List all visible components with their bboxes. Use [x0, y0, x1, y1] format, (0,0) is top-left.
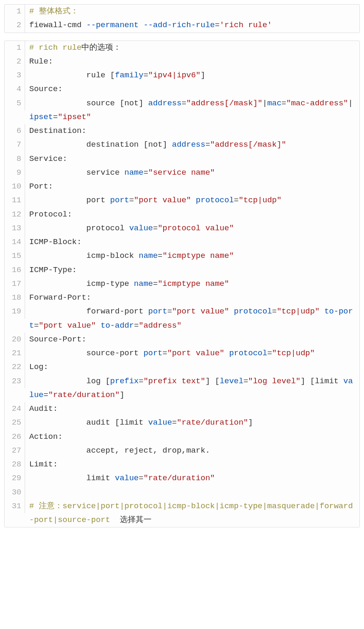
line-number: 28 [5, 458, 25, 471]
token-t: = [162, 349, 167, 358]
code-content[interactable]: port port="port value" protocol="tcp|udp… [25, 194, 359, 207]
code-block-1: 1# 整体格式：2fiewall-cmd --permanent --add-r… [4, 4, 360, 33]
line-number: 26 [5, 430, 25, 444]
code-line: 20Source-Port: [5, 333, 359, 346]
token-k: name [134, 279, 153, 288]
token-t: limit [29, 474, 115, 483]
token-k: level [220, 377, 243, 386]
code-content[interactable]: audit [limit value="rate/duration"] [25, 416, 359, 430]
token-t: icmp-block [29, 251, 139, 260]
code-content[interactable] [25, 486, 359, 499]
line-number: 19 [5, 305, 25, 318]
code-content[interactable]: icmp-type name="icmptype name" [25, 277, 359, 291]
code-line: 24Audit: [5, 402, 359, 416]
token-k: value [115, 474, 139, 483]
code-content[interactable]: rule [family="ipv4|ipv6"] [25, 69, 359, 82]
code-content[interactable]: forward-port port="port value" protocol=… [25, 305, 359, 333]
token-t: port [29, 196, 110, 205]
token-k: name [139, 251, 158, 260]
token-t: Audit: [29, 404, 58, 413]
code-content[interactable]: protocol value="protocol value" [25, 222, 359, 235]
token-t: = [139, 377, 143, 386]
code-content[interactable]: Rule: [25, 55, 359, 69]
line-number: 13 [5, 222, 25, 235]
token-s: "prefix text" [144, 377, 205, 386]
token-s: "mac-address" [286, 99, 348, 108]
code-content[interactable]: Log: [25, 360, 359, 374]
token-s: "rate/duration" [48, 390, 120, 400]
code-content[interactable]: icmp-block name="icmptype name" [25, 249, 359, 263]
token-t: Log: [29, 362, 48, 372]
code-content[interactable]: source-port port="port value" protocol="… [25, 346, 359, 360]
code-content[interactable]: log [prefix="prefix text"] [level="log l… [25, 374, 359, 402]
code-content[interactable]: Port: [25, 180, 359, 194]
code-content[interactable]: limit value="rate/duration" [25, 471, 359, 485]
code-content[interactable]: Source-Port: [25, 333, 359, 346]
code-content[interactable]: Source: [25, 82, 359, 96]
code-content[interactable]: accept, reject, drop,mark. [25, 444, 359, 458]
code-content[interactable]: source [not] address="address[/mask]"|ma… [25, 97, 359, 125]
code-content[interactable]: ICMP-Block: [25, 235, 359, 249]
code-content[interactable]: Limit: [25, 458, 359, 471]
token-t [191, 196, 196, 205]
code-content[interactable]: service name="service name" [25, 166, 359, 180]
line-number: 25 [5, 416, 25, 430]
token-k: value [129, 224, 153, 233]
code-content[interactable]: ICMP-Type: [25, 263, 359, 277]
token-t: = [43, 390, 48, 400]
token-s: "ipset" [58, 112, 91, 122]
token-t: = [53, 112, 58, 122]
code-content[interactable]: Protocol: [25, 208, 359, 222]
code-content[interactable]: Forward-Port: [25, 291, 359, 305]
line-number: 1 [5, 41, 25, 55]
token-t: Port: [29, 182, 53, 191]
token-c: # 注意：service|port|protocol|icmp-block|ic… [29, 502, 353, 525]
token-s: "protocol value" [158, 224, 234, 233]
token-t: = [267, 349, 272, 358]
token-t: = [182, 99, 186, 108]
token-t [229, 307, 234, 316]
token-t: = [153, 279, 157, 288]
line-number: 21 [5, 346, 25, 360]
code-content[interactable]: Action: [25, 430, 359, 444]
line-number: 1 [5, 5, 25, 18]
code-line: 14ICMP-Block: [5, 235, 359, 249]
token-t: log [ [29, 377, 110, 386]
token-t: Service: [29, 154, 67, 163]
token-t: audit [limit [29, 418, 148, 427]
code-content[interactable]: Destination: [25, 124, 359, 138]
token-t: fiewall-cmd [29, 20, 86, 30]
code-line: 27 accept, reject, drop,mark. [5, 444, 359, 458]
token-t: 中的选项： [81, 43, 121, 52]
code-content[interactable]: # 整体格式： [25, 5, 359, 18]
token-t: = [243, 377, 248, 386]
line-number: 9 [5, 166, 25, 180]
code-content[interactable]: destination [not] address="address[/mask… [25, 138, 359, 152]
token-t: ] [201, 71, 205, 80]
line-number: 22 [5, 360, 25, 374]
token-t: Destination: [29, 126, 86, 135]
token-t: 选择其一 [115, 515, 151, 525]
line-number: 5 [5, 97, 25, 110]
code-content[interactable]: Service: [25, 152, 359, 166]
code-line: 10Port: [5, 180, 359, 194]
line-number: 23 [5, 374, 25, 388]
code-line: 17 icmp-type name="icmptype name" [5, 277, 359, 291]
line-number: 27 [5, 444, 25, 458]
line-number: 31 [5, 499, 25, 513]
token-s: "address[/mask]" [210, 140, 286, 149]
code-content[interactable]: # rich rule中的选项： [25, 41, 359, 55]
token-t: = [139, 474, 143, 483]
line-number: 2 [5, 18, 25, 32]
token-t: protocol [29, 224, 129, 233]
code-content[interactable]: fiewall-cmd --permanent --add-rich-rule=… [25, 18, 359, 32]
token-s: "tcp|udp" [277, 307, 320, 316]
code-content[interactable]: Audit: [25, 402, 359, 416]
token-k: protocol [234, 307, 272, 316]
token-s: "address[/mask]" [186, 99, 262, 108]
code-content[interactable]: # 注意：service|port|protocol|icmp-block|ic… [25, 499, 359, 527]
token-t: rule [ [29, 71, 115, 80]
token-s: "rate/duration" [177, 418, 248, 427]
token-t: = [129, 196, 134, 205]
token-s: "port value" [172, 307, 229, 316]
